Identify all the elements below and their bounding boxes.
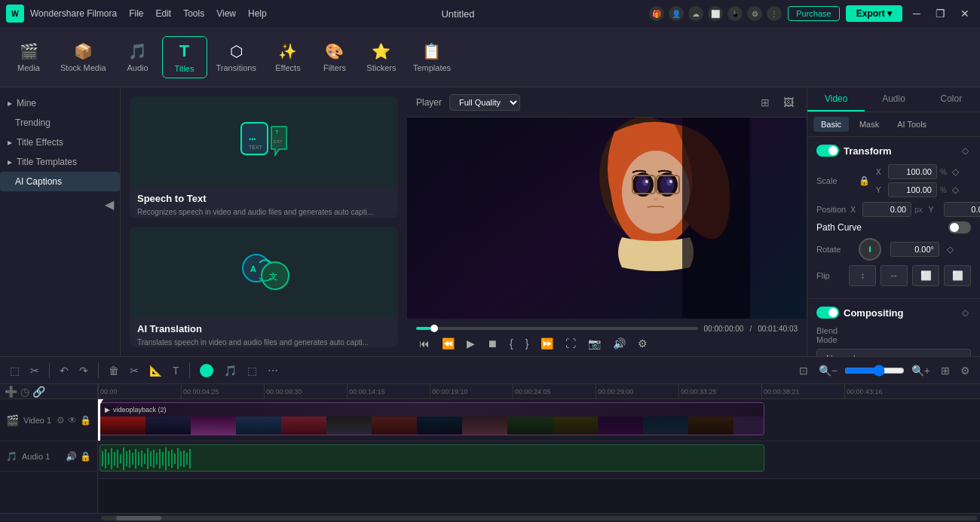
sidebar-collapse-button[interactable]: ◀: [105, 197, 114, 212]
rotate-dial[interactable]: [859, 238, 881, 261]
menu-tools[interactable]: Tools: [183, 8, 204, 19]
toolbar-stock-media[interactable]: 📦 Stock Media: [53, 38, 114, 77]
sidebar-header-mine[interactable]: ▶ Mine: [0, 93, 120, 113]
scale-x-keyframe-button[interactable]: ◇: [950, 166, 962, 178]
stop-button[interactable]: ⏹: [484, 336, 501, 351]
toolbar-templates[interactable]: 📋 Templates: [406, 38, 458, 77]
menu-view[interactable]: View: [216, 8, 236, 19]
transform-keyframe-button[interactable]: ◇: [959, 145, 971, 157]
scale-y-keyframe-button[interactable]: ◇: [950, 184, 962, 196]
tl-audio-button[interactable]: 🎵: [220, 362, 240, 379]
tl-speed-button[interactable]: [196, 362, 217, 380]
settings-icon[interactable]: ⚙: [747, 6, 762, 21]
tl-zoom-in-button[interactable]: 🔍+: [908, 362, 934, 379]
video1-settings-button[interactable]: ⚙: [57, 415, 65, 426]
tab-audio[interactable]: Audio: [865, 87, 922, 111]
flip-copy2-button[interactable]: ⬜: [944, 265, 971, 286]
rotate-keyframe-button[interactable]: ◇: [944, 243, 956, 255]
transform-toggle[interactable]: [816, 145, 839, 157]
tl-snap-button[interactable]: ⊡: [795, 362, 812, 379]
close-button[interactable]: ✕: [956, 6, 974, 21]
scale-y-input[interactable]: [888, 182, 937, 197]
toolbar-audio[interactable]: 🎵 Audio: [115, 38, 161, 77]
prev-frame-button[interactable]: ⏮: [416, 336, 433, 351]
compositing-section-header[interactable]: Compositing ◇: [816, 307, 971, 319]
rotate-input[interactable]: [890, 242, 939, 257]
in-point-button[interactable]: {: [507, 336, 516, 351]
subtab-ai-tools[interactable]: AI Tools: [890, 117, 934, 132]
fullscreen-button[interactable]: ⛶: [562, 336, 579, 351]
tl-more-button[interactable]: ⋯: [264, 362, 282, 379]
tl-layout-button[interactable]: ⊞: [937, 362, 954, 379]
toolbar-media[interactable]: 🎬 Media: [6, 38, 51, 77]
scale-x-input[interactable]: [888, 164, 937, 179]
progress-bar[interactable]: [416, 327, 698, 330]
tl-cut-button[interactable]: ✂: [26, 362, 43, 379]
toolbar-filters[interactable]: 🎨 Filters: [312, 38, 357, 77]
audio1-volume-button[interactable]: 🔊: [66, 451, 77, 462]
purchase-button[interactable]: Purchase: [788, 6, 839, 21]
add-track-button[interactable]: ➕: [5, 386, 17, 398]
phone-icon[interactable]: 📱: [727, 6, 743, 21]
screenshot-button[interactable]: 🖼: [779, 94, 798, 111]
play-button[interactable]: ▶: [464, 336, 478, 351]
forward-button[interactable]: ⏩: [537, 336, 556, 351]
flip-horizontal-button[interactable]: ↔: [880, 265, 908, 286]
transform-section-header[interactable]: Transform ◇: [816, 145, 971, 157]
sidebar-header-title-templates[interactable]: ▶ Title Templates: [0, 152, 120, 172]
toolbar-transitions[interactable]: ⬡ Transitions: [209, 38, 264, 77]
audio-clip[interactable]: [100, 444, 764, 472]
fit-track-button[interactable]: ◷: [20, 386, 29, 398]
toolbar-stickers[interactable]: ⭐ Stickers: [359, 38, 404, 77]
tl-mark-button[interactable]: ⬚: [243, 362, 261, 379]
export-button[interactable]: Export ▾: [846, 5, 902, 22]
sidebar-item-ai-captions[interactable]: AI Captions: [0, 172, 120, 191]
cloud-icon[interactable]: ☁: [688, 6, 703, 21]
tl-zoom-slider[interactable]: [844, 365, 905, 377]
tab-video[interactable]: Video: [807, 87, 865, 111]
path-curve-toggle[interactable]: [948, 221, 971, 234]
step-back-button[interactable]: ⏪: [439, 336, 458, 351]
volume-button[interactable]: 🔊: [610, 336, 629, 351]
tl-crop-button[interactable]: 📐: [145, 362, 166, 379]
out-point-button[interactable]: }: [522, 336, 532, 351]
video1-lock-button[interactable]: 🔒: [80, 415, 91, 426]
tab-color[interactable]: Color: [923, 87, 980, 111]
blend-mode-select[interactable]: Normal Multiply Screen Overlay Darken Li…: [816, 349, 971, 356]
tl-settings-button[interactable]: ⚙: [957, 362, 974, 379]
grid-view-button[interactable]: ⊞: [757, 94, 773, 111]
subtab-mask[interactable]: Mask: [852, 117, 887, 132]
flip-copy1-button[interactable]: ⬜: [912, 265, 939, 286]
tl-zoom-out-button[interactable]: 🔍−: [815, 362, 841, 379]
settings-ctrl-button[interactable]: ⚙: [635, 336, 651, 351]
screen-icon[interactable]: ⬜: [708, 6, 723, 21]
tl-select-button[interactable]: ⬚: [6, 362, 23, 379]
menu-edit[interactable]: Edit: [156, 8, 172, 19]
toolbar-titles[interactable]: T Titles: [162, 36, 207, 78]
scroll-thumb[interactable]: [116, 516, 161, 520]
user-icon[interactable]: 👤: [669, 6, 684, 21]
audio1-lock-button[interactable]: 🔒: [80, 451, 91, 462]
lock-track-button[interactable]: 🔗: [32, 386, 45, 398]
sidebar-header-title-effects[interactable]: ▶ Title Effects: [0, 133, 120, 152]
position-y-input[interactable]: [944, 202, 980, 217]
grid-icon[interactable]: ⋮: [767, 6, 782, 21]
compositing-keyframe-button[interactable]: ◇: [959, 307, 971, 319]
tl-split-button[interactable]: ✂: [126, 362, 142, 379]
minimize-button[interactable]: ─: [908, 6, 925, 21]
subtab-basic[interactable]: Basic: [813, 117, 849, 132]
video1-eye-button[interactable]: 👁: [68, 415, 77, 426]
gift-icon[interactable]: 🎁: [649, 6, 664, 21]
menu-file[interactable]: File: [129, 8, 143, 19]
position-x-input[interactable]: [862, 202, 911, 217]
video-clip[interactable]: ▶ videoplayback (2): [100, 402, 764, 435]
tl-undo-button[interactable]: ↶: [56, 362, 72, 379]
maximize-button[interactable]: ❐: [931, 6, 950, 21]
tl-delete-button[interactable]: 🗑: [105, 362, 123, 379]
sidebar-item-trending[interactable]: Trending: [0, 113, 120, 133]
tl-redo-button[interactable]: ↷: [75, 362, 92, 379]
snapshot-button[interactable]: 📷: [585, 336, 604, 351]
tl-text-button[interactable]: T: [169, 362, 183, 379]
scroll-track[interactable]: [101, 516, 977, 520]
menu-help[interactable]: Help: [248, 8, 267, 19]
